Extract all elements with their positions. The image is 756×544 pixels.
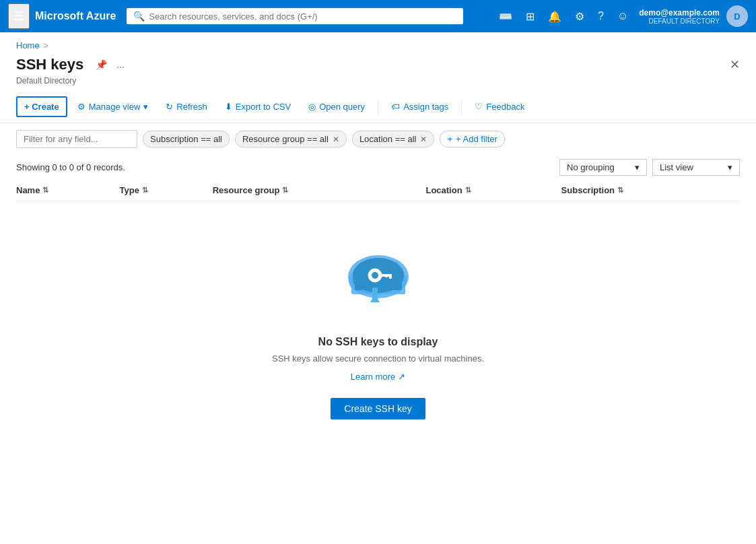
col-type-sort-icon[interactable]: ⇅ <box>142 186 148 195</box>
user-info: demo@example.com DEFAULT DIRECTORY <box>639 8 720 25</box>
create-ssh-key-button[interactable]: Create SSH key <box>331 398 425 419</box>
filter-tag-location: Location == all ✕ <box>352 131 435 147</box>
more-options-button[interactable]: ... <box>114 58 127 71</box>
toolbar-separator <box>378 99 378 115</box>
view-label: List view <box>660 162 693 172</box>
refresh-icon: ↻ <box>166 102 173 112</box>
ssh-key-illustration <box>338 242 419 322</box>
add-filter-icon: + <box>447 134 452 144</box>
smiley-button[interactable]: ☺ <box>612 6 633 26</box>
avatar[interactable]: D <box>726 5 748 27</box>
page-header: SSH keys 📌 ... ✕ <box>0 50 756 76</box>
filter-tag-resource-group-label: Resource group == all <box>242 134 329 144</box>
filter-input[interactable] <box>16 130 137 148</box>
manage-view-icon: ⚙ <box>77 102 85 112</box>
refresh-button[interactable]: ↻ Refresh <box>158 97 215 116</box>
assign-tags-label: Assign tags <box>403 102 448 112</box>
main-content: Home > SSH keys 📌 ... ✕ Default Director… <box>0 32 756 544</box>
cloud-shell-button[interactable]: ⌨️ <box>493 6 518 27</box>
user-directory: DEFAULT DIRECTORY <box>649 18 720 25</box>
tags-icon: 🏷 <box>391 102 400 112</box>
open-query-label: Open query <box>319 102 365 112</box>
svg-rect-11 <box>389 274 392 279</box>
breadcrumb-separator: > <box>44 41 48 50</box>
page-title: SSH keys <box>16 56 83 73</box>
feedback-button[interactable]: ♡ Feedback <box>467 97 532 116</box>
col-name: Name ⇅ <box>16 180 120 201</box>
add-filter-label: + Add filter <box>456 134 497 144</box>
create-button[interactable]: + Create <box>16 96 67 117</box>
settings-button[interactable]: ⚙ <box>570 6 590 27</box>
toolbar-separator-2 <box>461 99 462 115</box>
col-location-label: Location <box>425 185 462 195</box>
notifications-button[interactable]: 🔔 <box>543 6 567 27</box>
remove-resource-group-filter-button[interactable]: ✕ <box>333 135 339 143</box>
hamburger-button[interactable]: ☰ <box>8 3 30 29</box>
export-csv-button[interactable]: ⬇ Export to CSV <box>217 97 298 116</box>
svg-point-9 <box>372 272 378 279</box>
col-location-sort-icon[interactable]: ⇅ <box>465 186 471 195</box>
records-bar: Showing 0 to 0 of 0 records. No grouping… <box>0 155 756 180</box>
open-query-button[interactable]: ◎ Open query <box>301 97 372 116</box>
manage-view-label: Manage view <box>89 102 141 112</box>
records-count: Showing 0 to 0 of 0 records. <box>16 162 125 172</box>
empty-state: No SSH keys to display SSH keys allow se… <box>0 201 756 460</box>
help-button[interactable]: ? <box>592 6 609 26</box>
col-name-sort-icon[interactable]: ⇅ <box>42 186 48 195</box>
filter-tag-resource-group: Resource group == all ✕ <box>235 131 347 147</box>
table-head: Name ⇅ Type ⇅ Resource group ⇅ <box>16 180 740 201</box>
col-resource-group-label: Resource group <box>213 185 280 195</box>
remove-location-filter-button[interactable]: ✕ <box>420 135 427 143</box>
filter-tag-subscription-label: Subscription == all <box>150 134 222 144</box>
feedback-label: Feedback <box>486 102 524 112</box>
data-table: Name ⇅ Type ⇅ Resource group ⇅ <box>16 180 740 201</box>
export-label: Export to CSV <box>236 102 291 112</box>
col-type: Type ⇅ <box>120 180 213 201</box>
toolbar: + Create ⚙ Manage view ▾ ↻ Refresh ⬇ Exp… <box>0 91 756 123</box>
azure-logo: Microsoft Azure <box>35 10 116 22</box>
filter-tag-location-label: Location == all <box>359 134 417 144</box>
col-subscription-label: Subscription <box>561 185 615 195</box>
manage-view-button[interactable]: ⚙ Manage view ▾ <box>70 97 156 116</box>
col-resource-group: Resource group ⇅ <box>213 180 426 201</box>
add-filter-button[interactable]: + + Add filter <box>440 131 504 147</box>
col-location: Location ⇅ <box>425 180 561 201</box>
topnav-icons: ⌨️ ⊞ 🔔 ⚙ ? ☺ demo@example.com DEFAULT DI… <box>493 5 748 27</box>
pin-button[interactable]: 📌 <box>93 58 110 71</box>
query-icon: ◎ <box>308 102 316 112</box>
records-controls: No grouping ▾ List view ▾ <box>559 159 740 176</box>
svg-rect-14 <box>372 287 378 302</box>
export-icon: ⬇ <box>225 102 232 112</box>
empty-state-description: SSH keys allow secure connection to virt… <box>272 353 484 364</box>
breadcrumb-home[interactable]: Home <box>16 40 40 50</box>
page-subtitle: Default Directory <box>0 76 756 91</box>
learn-more-link[interactable]: Learn more ↗ <box>351 372 405 382</box>
table-header-row: Name ⇅ Type ⇅ Resource group ⇅ <box>16 180 740 201</box>
view-select[interactable]: List view ▾ <box>652 159 740 176</box>
feedback-icon: ♡ <box>475 102 483 112</box>
grouping-chevron-icon: ▾ <box>635 162 640 172</box>
col-name-label: Name <box>16 185 40 195</box>
search-input[interactable] <box>149 11 456 22</box>
refresh-label: Refresh <box>176 102 207 112</box>
learn-more-label: Learn more <box>351 372 395 382</box>
filter-bar: Subscription == all Resource group == al… <box>0 123 756 155</box>
col-subscription: Subscription ⇅ <box>561 180 740 201</box>
view-chevron-icon: ▾ <box>728 162 732 172</box>
svg-rect-12 <box>385 274 388 277</box>
directory-button[interactable]: ⊞ <box>520 6 540 27</box>
grouping-label: No grouping <box>567 162 615 172</box>
empty-state-title: No SSH keys to display <box>318 336 438 348</box>
table-container: Name ⇅ Type ⇅ Resource group ⇅ <box>0 180 756 201</box>
assign-tags-button[interactable]: 🏷 Assign tags <box>384 97 456 116</box>
user-name: demo@example.com <box>639 8 720 18</box>
grouping-select[interactable]: No grouping ▾ <box>559 159 647 176</box>
close-button[interactable]: ✕ <box>730 57 740 72</box>
col-subscription-sort-icon[interactable]: ⇅ <box>617 186 623 195</box>
manage-view-chevron-icon: ▾ <box>143 102 148 112</box>
filter-tag-subscription: Subscription == all <box>143 131 230 147</box>
search-box[interactable]: 🔍 <box>127 8 463 24</box>
page-header-icons: 📌 ... <box>93 58 127 71</box>
breadcrumb: Home > <box>0 32 756 50</box>
col-resource-group-sort-icon[interactable]: ⇅ <box>282 186 288 195</box>
